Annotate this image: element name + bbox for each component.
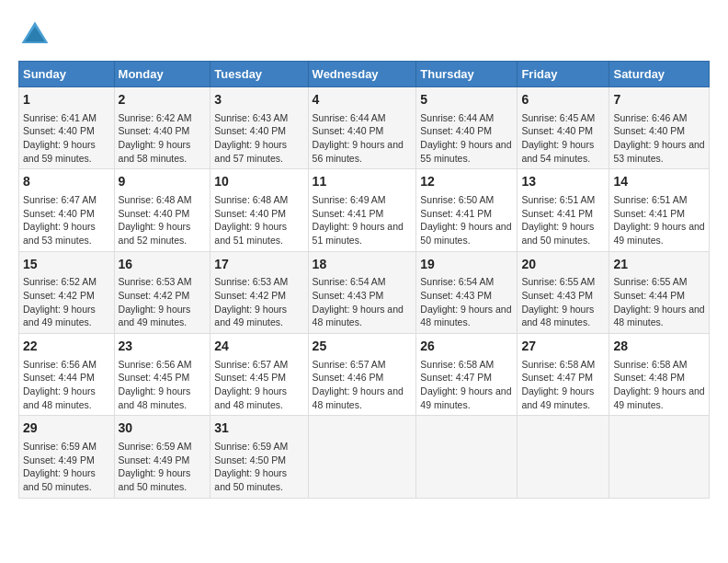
day-number: 26 bbox=[420, 338, 513, 356]
header-row: SundayMondayTuesdayWednesdayThursdayFrid… bbox=[19, 62, 710, 87]
day-cell: 7Sunrise: 6:46 AMSunset: 4:40 PMDaylight… bbox=[609, 87, 710, 169]
logo bbox=[18, 18, 55, 52]
day-number: 10 bbox=[214, 173, 303, 191]
day-cell: 1Sunrise: 6:41 AMSunset: 4:40 PMDaylight… bbox=[19, 87, 115, 169]
day-number: 14 bbox=[613, 173, 705, 191]
day-number: 22 bbox=[23, 338, 110, 356]
day-cell bbox=[609, 416, 710, 498]
week-row-1: 1Sunrise: 6:41 AMSunset: 4:40 PMDaylight… bbox=[19, 87, 710, 169]
day-cell: 3Sunrise: 6:43 AMSunset: 4:40 PMDaylight… bbox=[210, 87, 308, 169]
day-cell: 18Sunrise: 6:54 AMSunset: 4:43 PMDayligh… bbox=[308, 251, 416, 333]
col-header-tuesday: Tuesday bbox=[210, 62, 308, 87]
day-cell: 20Sunrise: 6:55 AMSunset: 4:43 PMDayligh… bbox=[518, 251, 609, 333]
day-cell: 16Sunrise: 6:53 AMSunset: 4:42 PMDayligh… bbox=[114, 251, 210, 333]
day-cell: 15Sunrise: 6:52 AMSunset: 4:42 PMDayligh… bbox=[19, 251, 115, 333]
day-cell: 19Sunrise: 6:54 AMSunset: 4:43 PMDayligh… bbox=[416, 251, 518, 333]
day-number: 30 bbox=[119, 419, 207, 438]
day-number: 19 bbox=[420, 256, 513, 274]
day-cell: 11Sunrise: 6:49 AMSunset: 4:41 PMDayligh… bbox=[308, 169, 416, 251]
day-number: 8 bbox=[23, 173, 110, 191]
calendar-table: SundayMondayTuesdayWednesdayThursdayFrid… bbox=[18, 61, 710, 499]
day-number: 18 bbox=[313, 256, 413, 274]
day-cell: 31Sunrise: 6:59 AMSunset: 4:50 PMDayligh… bbox=[210, 416, 308, 498]
day-cell bbox=[518, 416, 609, 498]
day-cell: 13Sunrise: 6:51 AMSunset: 4:41 PMDayligh… bbox=[518, 169, 609, 251]
day-number: 15 bbox=[23, 256, 110, 274]
day-number: 7 bbox=[613, 91, 705, 109]
col-header-wednesday: Wednesday bbox=[308, 62, 416, 87]
day-number: 21 bbox=[613, 256, 705, 274]
day-cell: 29Sunrise: 6:59 AMSunset: 4:49 PMDayligh… bbox=[19, 416, 115, 498]
week-row-3: 15Sunrise: 6:52 AMSunset: 4:42 PMDayligh… bbox=[19, 251, 710, 333]
day-number: 16 bbox=[119, 256, 207, 274]
day-cell: 4Sunrise: 6:44 AMSunset: 4:40 PMDaylight… bbox=[308, 87, 416, 169]
col-header-monday: Monday bbox=[114, 62, 210, 87]
day-cell bbox=[416, 416, 518, 498]
day-cell: 25Sunrise: 6:57 AMSunset: 4:46 PMDayligh… bbox=[308, 334, 416, 416]
day-number: 28 bbox=[613, 338, 705, 356]
day-number: 29 bbox=[23, 419, 110, 438]
day-cell: 8Sunrise: 6:47 AMSunset: 4:40 PMDaylight… bbox=[19, 169, 115, 251]
col-header-sunday: Sunday bbox=[19, 62, 115, 87]
col-header-thursday: Thursday bbox=[416, 62, 518, 87]
day-cell: 2Sunrise: 6:42 AMSunset: 4:40 PMDaylight… bbox=[114, 87, 210, 169]
week-row-4: 22Sunrise: 6:56 AMSunset: 4:44 PMDayligh… bbox=[19, 334, 710, 416]
day-cell: 22Sunrise: 6:56 AMSunset: 4:44 PMDayligh… bbox=[19, 334, 115, 416]
day-number: 27 bbox=[521, 338, 605, 356]
day-number: 20 bbox=[521, 256, 605, 274]
day-cell: 6Sunrise: 6:45 AMSunset: 4:40 PMDaylight… bbox=[518, 87, 609, 169]
day-cell: 23Sunrise: 6:56 AMSunset: 4:45 PMDayligh… bbox=[114, 334, 210, 416]
day-cell bbox=[308, 416, 416, 498]
day-number: 2 bbox=[119, 91, 207, 109]
col-header-saturday: Saturday bbox=[609, 62, 710, 87]
day-number: 5 bbox=[420, 91, 513, 109]
day-number: 3 bbox=[214, 91, 303, 109]
day-number: 11 bbox=[313, 173, 413, 191]
day-cell: 24Sunrise: 6:57 AMSunset: 4:45 PMDayligh… bbox=[210, 334, 308, 416]
day-number: 6 bbox=[521, 91, 605, 109]
day-cell: 17Sunrise: 6:53 AMSunset: 4:42 PMDayligh… bbox=[210, 251, 308, 333]
logo-icon bbox=[18, 18, 51, 52]
day-cell: 30Sunrise: 6:59 AMSunset: 4:49 PMDayligh… bbox=[114, 416, 210, 498]
day-number: 4 bbox=[313, 91, 413, 109]
page-header bbox=[18, 18, 710, 52]
day-number: 25 bbox=[313, 338, 413, 356]
day-cell: 26Sunrise: 6:58 AMSunset: 4:47 PMDayligh… bbox=[416, 334, 518, 416]
day-cell: 27Sunrise: 6:58 AMSunset: 4:47 PMDayligh… bbox=[518, 334, 609, 416]
week-row-5: 29Sunrise: 6:59 AMSunset: 4:49 PMDayligh… bbox=[19, 416, 710, 498]
day-number: 1 bbox=[23, 91, 110, 109]
week-row-2: 8Sunrise: 6:47 AMSunset: 4:40 PMDaylight… bbox=[19, 169, 710, 251]
day-number: 12 bbox=[420, 173, 513, 191]
day-number: 13 bbox=[521, 173, 605, 191]
day-number: 17 bbox=[214, 256, 303, 274]
day-cell: 14Sunrise: 6:51 AMSunset: 4:41 PMDayligh… bbox=[609, 169, 710, 251]
day-number: 23 bbox=[119, 338, 207, 356]
day-number: 31 bbox=[214, 419, 303, 438]
day-cell: 9Sunrise: 6:48 AMSunset: 4:40 PMDaylight… bbox=[114, 169, 210, 251]
day-number: 9 bbox=[119, 173, 207, 191]
day-cell: 21Sunrise: 6:55 AMSunset: 4:44 PMDayligh… bbox=[609, 251, 710, 333]
day-cell: 28Sunrise: 6:58 AMSunset: 4:48 PMDayligh… bbox=[609, 334, 710, 416]
day-number: 24 bbox=[214, 338, 303, 356]
day-cell: 5Sunrise: 6:44 AMSunset: 4:40 PMDaylight… bbox=[416, 87, 518, 169]
col-header-friday: Friday bbox=[518, 62, 609, 87]
day-cell: 10Sunrise: 6:48 AMSunset: 4:40 PMDayligh… bbox=[210, 169, 308, 251]
day-cell: 12Sunrise: 6:50 AMSunset: 4:41 PMDayligh… bbox=[416, 169, 518, 251]
